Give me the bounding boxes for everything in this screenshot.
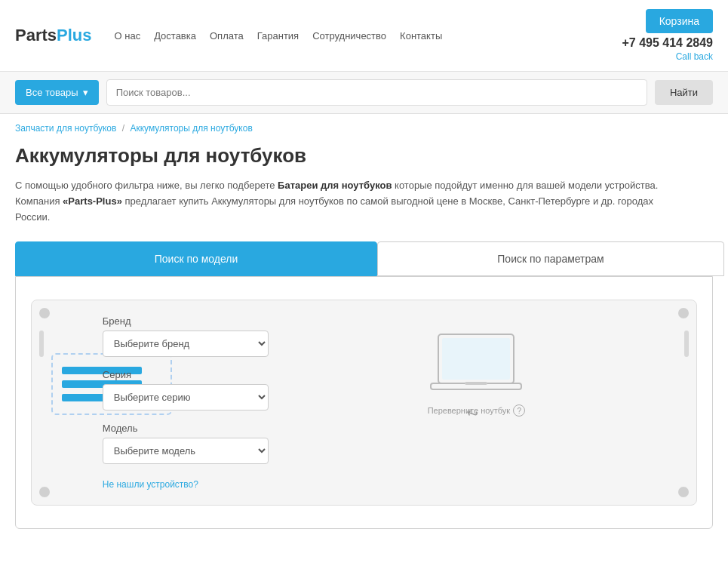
corner-dot-br bbox=[678, 487, 689, 497]
filter-outer: ► Бренд Выберите бренд Серия Выберите се… bbox=[31, 300, 697, 506]
brand-label: Бренд bbox=[103, 315, 269, 327]
laptop-dashed-illustration: ► bbox=[51, 331, 95, 415]
all-products-button[interactable]: Все товары ▾ bbox=[15, 80, 99, 105]
breadcrumb-current[interactable]: Аккумуляторы для ноутбуков bbox=[130, 123, 252, 134]
nav-about[interactable]: О нас bbox=[115, 30, 141, 42]
chevron-down-icon: ▾ bbox=[83, 87, 88, 98]
nav-cooperation[interactable]: Сотрудничество bbox=[312, 30, 386, 42]
selects-block: Бренд Выберите бренд Серия Выберите сери… bbox=[103, 315, 269, 490]
model-group: Модель Выберите модель bbox=[103, 423, 269, 464]
svg-rect-3 bbox=[465, 382, 487, 385]
model-select[interactable]: Выберите модель bbox=[103, 438, 269, 464]
series-group: Серия Выберите серию bbox=[103, 369, 269, 410]
phone-number: +7 495 414 2849 bbox=[622, 36, 713, 50]
logo-parts: Parts bbox=[15, 26, 57, 45]
nav-warranty[interactable]: Гарантия bbox=[257, 30, 299, 42]
laptop-right-illustration: Переверните ноутбук ? ↩ bbox=[276, 315, 677, 422]
search-button[interactable]: Найти bbox=[655, 80, 713, 105]
breadcrumb-parent[interactable]: Запчасти для ноутбуков bbox=[15, 123, 116, 134]
tab-params[interactable]: Поиск по параметрам bbox=[377, 241, 724, 276]
page-description: С помощью удобного фильтра ниже, вы легк… bbox=[15, 178, 664, 225]
header: PartsPlus О нас Доставка Оплата Гарантия… bbox=[0, 0, 728, 72]
all-products-label: Все товары bbox=[26, 87, 78, 98]
nav-delivery[interactable]: Доставка bbox=[154, 30, 196, 42]
search-tabs: Поиск по модели Поиск по параметрам bbox=[15, 241, 713, 276]
brand-group: Бренд Выберите бренд bbox=[103, 315, 269, 357]
question-icon: ? bbox=[513, 404, 525, 417]
filter-panel: ► Бренд Выберите бренд Серия Выберите се… bbox=[15, 276, 713, 529]
call-back-link[interactable]: Call back bbox=[676, 51, 713, 62]
left-side-bars bbox=[39, 315, 44, 357]
corner-dot-bl bbox=[39, 487, 50, 497]
breadcrumb-separator: / bbox=[122, 123, 124, 134]
desc-bold-2: «Parts-Plus» bbox=[63, 195, 122, 207]
header-right: Корзина +7 495 414 2849 Call back bbox=[622, 9, 713, 62]
nav-contacts[interactable]: Контакты bbox=[400, 30, 442, 42]
side-bar-left bbox=[39, 331, 44, 357]
phone-block: +7 495 414 2849 Call back bbox=[622, 36, 713, 62]
cart-button[interactable]: Корзина bbox=[646, 9, 713, 33]
not-found-link[interactable]: Не нашли устройство? bbox=[103, 479, 198, 490]
page-title: Аккумуляторы для ноутбуков bbox=[15, 144, 713, 168]
main-content: Запчасти для ноутбуков / Аккумуляторы дл… bbox=[0, 114, 728, 552]
series-label: Серия bbox=[103, 369, 269, 380]
desc-bold-1: Батареи для ноутбуков bbox=[278, 180, 392, 191]
series-select[interactable]: Выберите серию bbox=[103, 384, 269, 410]
main-nav: О нас Доставка Оплата Гарантия Сотруднич… bbox=[115, 30, 607, 42]
svg-rect-1 bbox=[442, 338, 510, 380]
nav-payment[interactable]: Оплата bbox=[210, 30, 244, 42]
search-input[interactable] bbox=[106, 79, 647, 106]
logo: PartsPlus bbox=[15, 26, 92, 45]
filter-inner-row: ► Бренд Выберите бренд Серия Выберите се… bbox=[39, 315, 689, 490]
breadcrumb: Запчасти для ноутбуков / Аккумуляторы дл… bbox=[15, 123, 713, 134]
model-label: Модель bbox=[103, 423, 269, 434]
search-bar: Все товары ▾ Найти bbox=[0, 72, 728, 114]
tab-model[interactable]: Поиск по модели bbox=[15, 241, 377, 276]
logo-plus: Plus bbox=[57, 26, 91, 45]
right-side-bars bbox=[684, 315, 689, 357]
side-bar-right bbox=[684, 331, 689, 357]
laptop-svg bbox=[427, 331, 525, 398]
brand-select[interactable]: Выберите бренд bbox=[103, 331, 269, 357]
desc-text-1: С помощью удобного фильтра ниже, вы легк… bbox=[15, 180, 278, 191]
